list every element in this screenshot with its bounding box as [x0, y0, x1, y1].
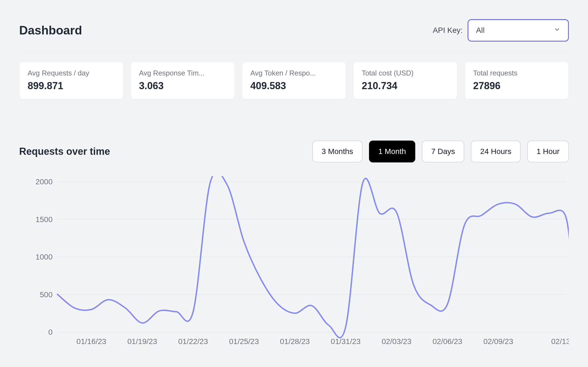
svg-text:1500: 1500 [36, 215, 53, 224]
api-key-selected-value: All [476, 26, 485, 35]
metric-label: Total cost (USD) [362, 69, 449, 77]
svg-text:500: 500 [40, 290, 53, 299]
range-button-1-month[interactable]: 1 Month [369, 141, 415, 162]
svg-text:01/31/23: 01/31/23 [331, 337, 361, 346]
metric-label: Avg Requests / day [28, 69, 115, 77]
metric-label: Avg Response Tim... [139, 69, 226, 77]
chart-title: Requests over time [19, 146, 110, 157]
svg-text:01/22/23: 01/22/23 [178, 337, 208, 346]
metric-label: Total requests [473, 69, 560, 77]
chart-section: Requests over time 3 Months1 Month7 Days… [19, 141, 569, 351]
svg-text:0: 0 [48, 328, 53, 336]
range-button-3-months[interactable]: 3 Months [312, 141, 362, 162]
metric-value: 210.734 [362, 80, 449, 92]
svg-text:01/28/23: 01/28/23 [280, 337, 310, 346]
metric-card-avg-response-time: Avg Response Tim... 3.063 [131, 62, 235, 100]
range-button-7-days[interactable]: 7 Days [422, 141, 464, 162]
api-key-label: API Key: [433, 26, 463, 35]
svg-text:01/25/23: 01/25/23 [229, 337, 259, 346]
page-title: Dashboard [19, 24, 82, 37]
metric-card-avg-token: Avg Token / Respo... 409.583 [242, 62, 346, 100]
chart-header: Requests over time 3 Months1 Month7 Days… [19, 141, 569, 162]
metric-cards: Avg Requests / day 899.871 Avg Response … [19, 62, 569, 100]
range-button-1-hour[interactable]: 1 Hour [527, 141, 569, 162]
svg-text:02/03/23: 02/03/23 [382, 337, 411, 346]
svg-text:02/13/23: 02/13/23 [551, 337, 569, 346]
api-key-select[interactable]: All [468, 19, 569, 42]
chart-container: 050010001500200001/16/2301/19/2301/22/23… [19, 176, 569, 351]
metric-label: Avg Token / Respo... [250, 69, 338, 77]
svg-text:02/09/23: 02/09/23 [483, 337, 513, 346]
requests-line-chart: 050010001500200001/16/2301/19/2301/22/23… [19, 176, 569, 351]
metric-value: 899.871 [28, 80, 115, 92]
range-buttons: 3 Months1 Month7 Days24 Hours1 Hour [312, 141, 569, 162]
metric-card-avg-requests: Avg Requests / day 899.871 [19, 62, 123, 100]
svg-text:01/16/23: 01/16/23 [76, 337, 106, 346]
api-key-filter: API Key: All [433, 19, 569, 42]
metric-value: 27896 [473, 80, 560, 92]
svg-text:2000: 2000 [36, 177, 53, 186]
chevron-down-icon [554, 26, 560, 35]
metric-value: 409.583 [250, 80, 338, 92]
range-button-24-hours[interactable]: 24 Hours [471, 141, 521, 162]
metric-card-total-cost: Total cost (USD) 210.734 [353, 62, 457, 100]
metric-value: 3.063 [139, 80, 226, 92]
svg-text:1000: 1000 [36, 253, 53, 261]
svg-text:01/19/23: 01/19/23 [127, 337, 157, 346]
metric-card-total-requests: Total requests 27896 [465, 62, 569, 100]
svg-text:02/06/23: 02/06/23 [433, 337, 462, 346]
page-header: Dashboard API Key: All [19, 19, 569, 52]
